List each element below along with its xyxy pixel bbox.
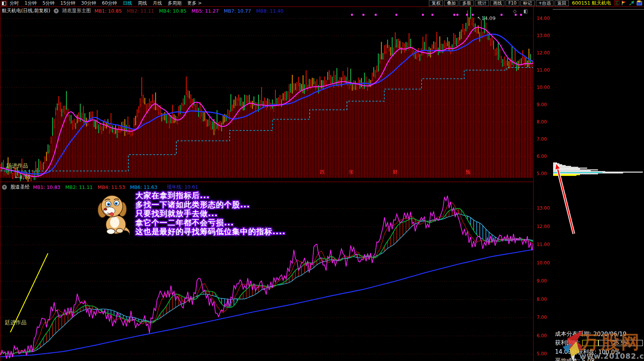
indicator-value: MB2: 11.11 bbox=[65, 184, 92, 190]
indicator-value: MB1: 10.83 bbox=[33, 184, 60, 190]
indicator-collapse-icon[interactable]: ▾ bbox=[54, 8, 59, 13]
commentary-line: 大家在拿到指标后... bbox=[135, 191, 285, 200]
cost-distribution-chart bbox=[553, 7, 644, 361]
indicator-value: MB5: 11.27 bbox=[191, 8, 219, 14]
commentary-line: 只要找到就放手去做... bbox=[135, 209, 285, 218]
year-line-value: 现年线: 10.61 bbox=[167, 184, 198, 190]
signal-marker bbox=[351, 14, 353, 16]
y-axis-label: 6.00 bbox=[537, 333, 547, 338]
signal-character: 涨 bbox=[349, 169, 354, 176]
y-axis-label: 7.00 bbox=[537, 136, 547, 142]
bottom-indicator-values: MB1: 10.83MB2: 11.11MB4: 11.53MB6: 11.63 bbox=[33, 184, 158, 190]
y-axis-label: 9.00 bbox=[537, 102, 547, 107]
main-chart-header: 航天机电(日线,前复权) ▾ 踏底显形主图 MB1: 10.85MB2: 11.… bbox=[2, 8, 284, 14]
main-indicator-values: MB1: 10.85MB2: 11.11MB4: 10.85MB5: 11.27… bbox=[94, 8, 284, 14]
commentary-line: 多找一下诸如此类形态的个股... bbox=[135, 200, 285, 210]
author-watermark-bottom: 廷进作品 bbox=[5, 319, 26, 326]
top-toolbar: 分时1分钟5分钟15分钟30分钟60分钟日线周线月线多周期更多 > 复权叠加多股… bbox=[0, 0, 644, 7]
signal-marker bbox=[472, 14, 474, 16]
period-tab[interactable]: 周线 bbox=[138, 0, 147, 6]
signal-character: 财 bbox=[393, 169, 398, 176]
signal-marker bbox=[515, 14, 517, 16]
stock-code-name[interactable]: 600151 航天机电 bbox=[572, 0, 611, 7]
signal-marker bbox=[422, 14, 424, 16]
toolbar-button[interactable]: 标记 bbox=[520, 0, 535, 6]
chart-title: 航天机电(日线,前复权) bbox=[2, 8, 50, 14]
cost-bar bbox=[553, 169, 598, 171]
y-axis-label: 11.00 bbox=[537, 67, 550, 73]
toolbar-button[interactable]: 返回 bbox=[555, 0, 569, 6]
y-axis-label: 10.00 bbox=[537, 85, 550, 90]
toolbar-button[interactable]: 叠加 bbox=[444, 0, 458, 6]
toolbar-button[interactable]: 画线 bbox=[490, 0, 504, 6]
toolbar-button[interactable]: 多股 bbox=[460, 0, 474, 6]
signal-marker bbox=[375, 14, 377, 16]
y-axis-label: 10.00 bbox=[537, 260, 550, 266]
period-tab[interactable]: 60分钟 bbox=[102, 0, 117, 6]
period-tab[interactable]: 日线 bbox=[123, 0, 132, 6]
period-tab[interactable]: 5分钟 bbox=[43, 0, 55, 6]
signal-character: 跌 bbox=[320, 169, 325, 176]
toolbar-buttons: 复权叠加多股统计画线F10标记+自选返回 bbox=[428, 0, 569, 6]
window-app-icon[interactable] bbox=[637, 0, 642, 7]
commentary-line: 拿它个一二年都不会亏损... bbox=[135, 218, 285, 228]
author-watermark-main: 廷进作品 bbox=[7, 162, 28, 169]
indicator-value: MB7: 10.77 bbox=[224, 8, 251, 14]
low-price-label: ←4.76 bbox=[15, 174, 30, 180]
signal-marker bbox=[432, 14, 433, 16]
pointer-arrow-shaft bbox=[558, 169, 574, 234]
y-axis-label: 7.00 bbox=[537, 315, 547, 320]
cost-bar bbox=[553, 175, 576, 176]
indicator-value: MB6: 11.63 bbox=[130, 184, 157, 190]
period-tab[interactable]: 15分钟 bbox=[60, 0, 75, 6]
signal-marker bbox=[501, 14, 502, 16]
indicator-value: MB4: 11.53 bbox=[98, 184, 125, 190]
toolbar-button[interactable]: 统计 bbox=[475, 0, 489, 6]
bottom-chart-header: ▾ 股道圣经 MB1: 10.83MB2: 11.11MB4: 11.53MB6… bbox=[2, 184, 198, 190]
flag-icon[interactable] bbox=[621, 0, 627, 7]
signal-marker bbox=[520, 14, 522, 16]
toolbar-button[interactable]: +自选 bbox=[536, 0, 554, 6]
y-axis-label: 13.00 bbox=[537, 205, 550, 211]
signal-marker bbox=[466, 14, 468, 16]
toolbar-button[interactable]: F10 bbox=[506, 0, 519, 6]
period-tab[interactable]: 分时 bbox=[10, 0, 19, 6]
bottom-indicator-name[interactable]: 股道圣经 bbox=[10, 184, 30, 190]
period-menu: 分时1分钟5分钟15分钟30分钟60分钟日线周线月线多周期更多 > bbox=[10, 0, 208, 7]
period-tab[interactable]: 月线 bbox=[153, 0, 162, 6]
main-chart-panel[interactable]: 航天机电(日线,前复权) ▾ 踏底显形主图 MB1: 10.85MB2: 11.… bbox=[0, 7, 534, 182]
y-axis-label: 9.00 bbox=[537, 278, 547, 284]
main-indicator-name[interactable]: 踏底显形主图 bbox=[62, 8, 91, 14]
toolbar-button[interactable]: 复权 bbox=[429, 0, 443, 6]
cost-distribution-panel[interactable]: 成本分布日期: 2020/06/19 获利比例: 25.5% 14.09处获利盘… bbox=[553, 7, 644, 361]
panel-control-icons[interactable]: ◇ ◧ bbox=[513, 8, 530, 14]
indicator-collapse-icon[interactable]: ▾ bbox=[2, 185, 7, 190]
commentary-line: 这也是最好的寻找筹码低位集中的指标.... bbox=[135, 227, 285, 236]
signal-marker bbox=[395, 14, 397, 16]
list-report-icon[interactable] bbox=[614, 0, 619, 7]
period-tab[interactable]: 更多 > bbox=[187, 0, 202, 6]
y-axis-label: 5.00 bbox=[537, 351, 547, 356]
y-axis-label: 12.00 bbox=[537, 50, 550, 56]
indicator-value: MB4: 10.85 bbox=[159, 8, 186, 14]
y-axis-label: 14.00 bbox=[537, 16, 550, 21]
indicator-value: MB2: 11.11 bbox=[127, 8, 154, 14]
puppy-mascot-image bbox=[95, 190, 133, 237]
y-axis-label: 8.00 bbox=[537, 297, 547, 302]
period-tab[interactable]: 1分钟 bbox=[25, 0, 37, 6]
window-icon[interactable] bbox=[1, 1, 7, 6]
signal-marker bbox=[362, 14, 364, 16]
period-tab[interactable]: 多周期 bbox=[168, 0, 181, 6]
toolbar-right: 复权叠加多股统计画线F10标记+自选返回 600151 航天机电 bbox=[428, 0, 644, 7]
y-axis-label: 6.00 bbox=[537, 154, 547, 159]
y-axis-label: 11.00 bbox=[537, 242, 550, 247]
y-axis-label: 5.00 bbox=[537, 171, 547, 176]
high-price-label: ↖14.09 bbox=[477, 15, 496, 21]
axis-gutter: 14.0013.0012.0011.0010.009.008.007.006.0… bbox=[533, 7, 553, 361]
main-candlestick-chart[interactable] bbox=[0, 7, 534, 182]
bottom-indicator-panel[interactable]: ▾ 股道圣经 MB1: 10.83MB2: 11.11MB4: 11.53MB6… bbox=[0, 182, 534, 361]
trend-arrow-icon[interactable] bbox=[629, 0, 635, 7]
period-tab[interactable]: 30分钟 bbox=[81, 0, 96, 6]
commentary-text: 大家在拿到指标后...多找一下诸如此类形态的个股...只要找到就放手去做...拿… bbox=[135, 191, 285, 236]
y-axis-label: 13.00 bbox=[537, 33, 550, 38]
